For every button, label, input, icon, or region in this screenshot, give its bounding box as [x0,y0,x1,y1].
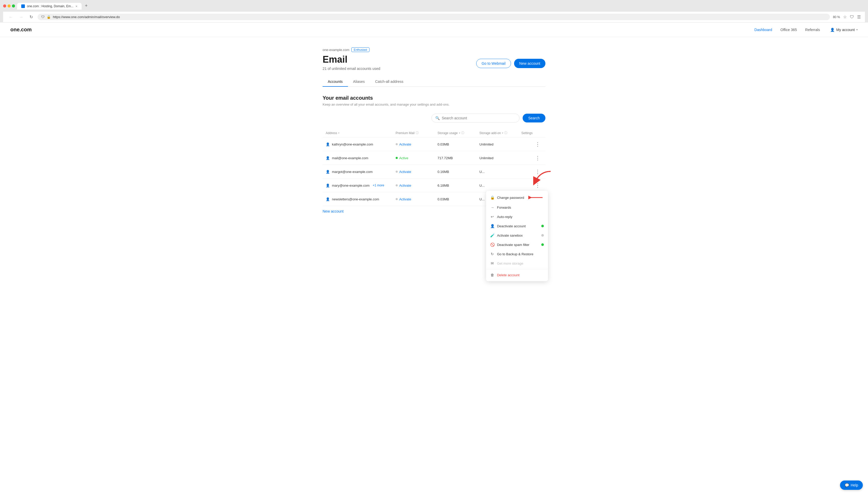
browser-close-btn[interactable] [3,4,6,7]
dropdown-delete-account[interactable]: 🗑 Delete account [486,270,548,279]
my-account-label: My account [836,28,855,32]
new-tab-button[interactable]: + [83,2,89,10]
back-button[interactable]: ← [7,14,15,20]
col-settings-label: Settings [521,131,533,135]
status-dot-0 [396,143,398,145]
go-to-webmail-button[interactable]: Go to Webmail [476,59,511,68]
settings-cell-0: ⋮ [521,141,542,147]
tab-accounts[interactable]: Accounts [323,77,348,87]
browser-maximize-btn[interactable] [12,4,15,7]
tab-favicon [21,4,25,8]
browser-minimize-btn[interactable] [7,4,11,7]
email-address-4: newsletters@one-example.com [332,197,379,201]
section-title: Your email accounts [323,95,545,101]
more-button-2[interactable]: ⋮ [533,169,542,175]
chevron-down-icon: ▾ [856,28,858,31]
addon-cell-3: U... [479,184,521,187]
settings-cell-2: ⋮ [521,169,542,175]
more-button-1[interactable]: ⋮ [533,155,542,161]
col-settings: Settings [521,131,542,135]
email-cell-3: 👤 mary@one-example.com +1 more [326,184,396,187]
settings-cell-1: ⋮ [521,155,542,161]
dropdown-forwards[interactable]: → Forwards [486,203,548,212]
email-icon-0: 👤 [326,142,330,146]
status-label-3[interactable]: Activate [399,184,411,187]
dropdown-autoreply[interactable]: ↩ Auto-reply [486,212,548,221]
table-row: 👤 kathryn@one-example.com Activate 0.03M… [323,137,545,151]
menu-icon[interactable]: ☰ [857,15,861,19]
dropdown-backup[interactable]: ↻ Go to Backup & Restore [486,249,548,259]
search-input-wrap: 🔍 [431,114,520,122]
addon-cell-1: Unlimited [479,156,521,160]
search-button[interactable]: Search [523,114,545,122]
storage-cell-0: 0.03MB [437,142,479,146]
sort-arrow-storage[interactable]: ▾ [459,132,460,134]
col-address-label: Address [326,131,337,135]
spam-filter-label: Deactivate spam filter [497,243,529,247]
dropdown-divider [486,269,548,269]
dropdown-deactivate-account[interactable]: 👤 Deactivate account [486,221,548,231]
table-row: 👤 mary@one-example.com +1 more Activate … [323,178,545,192]
new-account-button[interactable]: New account [514,59,545,68]
more-button-3[interactable]: ⋮ [533,182,542,188]
email-icon-2: 👤 [326,170,330,174]
dropdown-sanebox[interactable]: 🧪 Activate sanebox [486,231,548,240]
forward-icon: → [490,205,494,209]
tab-close-icon[interactable]: ✕ [76,5,78,8]
forward-button[interactable]: → [18,14,25,20]
nav-office365[interactable]: Office 365 [781,28,797,32]
status-label-4[interactable]: Activate [399,197,411,201]
dropdown-spam-filter[interactable]: 🚫 Deactivate spam filter [486,240,548,249]
deactivate-icon: 👤 [490,224,494,228]
backup-label: Go to Backup & Restore [497,252,533,256]
forwards-label: Forwards [497,206,511,209]
dropdown-change-password[interactable]: 🔒 Change password [486,192,548,203]
toggle-sanebox [541,234,544,237]
storage-cell-1: 717.72MB [437,156,479,160]
refresh-button[interactable]: ↻ [28,14,34,20]
email-cell-1: 👤 mail@one-example.com [326,156,396,160]
bookmark-icon[interactable]: ☆ [843,15,847,19]
sort-arrow-addon[interactable]: ▾ [502,132,503,134]
status-cell-3: Activate [396,184,438,187]
settings-cell-3: ⋮ [521,182,542,188]
address-bar[interactable]: 🛡 🔒 https://www.one.com/admin/mail/overv… [37,14,830,20]
tab-catchall[interactable]: Catch-all address [370,77,409,87]
autoreply-icon: ↩ [490,215,494,219]
email-cell-0: 👤 kathryn@one-example.com [326,142,396,146]
nav-dashboard[interactable]: Dashboard [754,28,772,32]
storage-icon: ✉ [490,261,494,266]
tab-aliases[interactable]: Aliases [348,77,370,87]
status-label-0[interactable]: Activate [399,142,411,146]
title-area: Email 21 of unlimited email accounts use… [323,54,545,71]
search-input[interactable] [442,116,515,120]
user-icon: 👤 [830,28,835,32]
delete-account-label: Delete account [497,273,520,277]
deactivate-account-label: Deactivate account [497,224,526,228]
lock-icon: 🔒 [47,15,51,19]
info-icon-storage[interactable]: ⓘ [461,131,464,135]
col-addon: Storage add-on ▾ ⓘ [479,131,521,135]
info-icon-addon[interactable]: ⓘ [504,131,507,135]
browser-tab[interactable]: one.com : Hosting, Domain, Em... ✕ [17,3,82,10]
info-icon-premium[interactable]: ⓘ [415,131,419,135]
new-account-link[interactable]: New account [323,209,344,213]
action-buttons: Go to Webmail New account [476,59,545,68]
addon-cell-0: Unlimited [479,142,521,146]
top-nav: one.com Dashboard Office 365 Referrals 👤… [0,22,868,37]
change-password-label: Change password [497,196,524,200]
email-address-3: mary@one-example.com [332,184,370,187]
addon-cell-2: U... [479,170,521,174]
status-label-2[interactable]: Activate [399,170,411,174]
col-storage-label: Storage usage [437,131,458,135]
logo[interactable]: one.com [10,27,32,33]
col-storage: Storage usage ▾ ⓘ [437,131,479,135]
tabs-bar: Accounts Aliases Catch-all address [323,77,545,87]
my-account-button[interactable]: 👤 My account ▾ [830,28,858,32]
more-button-0[interactable]: ⋮ [533,141,542,147]
sort-arrow-address[interactable]: ▾ [338,132,340,134]
status-dot-2 [396,171,398,173]
nav-referrals[interactable]: Referrals [805,28,820,32]
storage-cell-3: 6.18MB [437,184,479,187]
help-button[interactable]: 💬 Help [840,480,863,490]
